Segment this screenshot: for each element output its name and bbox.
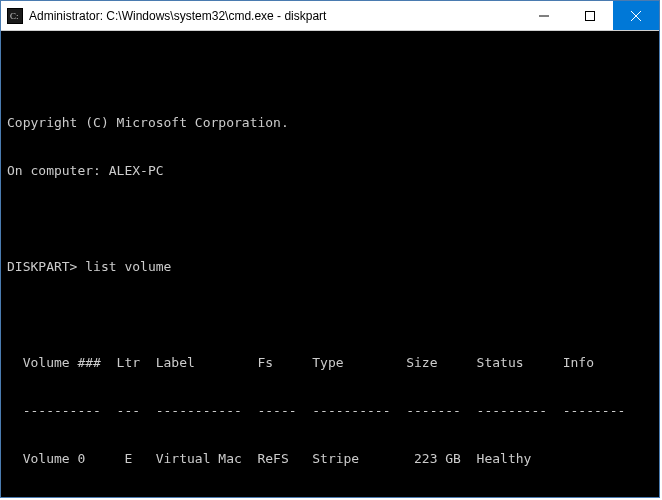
titlebar[interactable]: C: Administrator: C:\Windows\system32\cm…: [1, 1, 659, 31]
cmd-icon: C:: [7, 8, 23, 24]
copyright-line: Copyright (C) Microsoft Corporation.: [7, 115, 651, 131]
table-header: Volume ### Ltr Label Fs Type Size Status…: [7, 355, 651, 371]
svg-rect-4: [586, 11, 595, 20]
terminal-output[interactable]: Copyright (C) Microsoft Corporation. On …: [1, 31, 659, 497]
prompt-list-volume: DISKPART> list volume: [7, 259, 651, 275]
close-button[interactable]: [613, 1, 659, 30]
window-controls: [521, 1, 659, 30]
window-title: Administrator: C:\Windows\system32\cmd.e…: [29, 9, 326, 23]
table-divider: ---------- --- ----------- ----- -------…: [7, 403, 651, 419]
svg-text:C:: C:: [10, 11, 19, 21]
maximize-button[interactable]: [567, 1, 613, 30]
title-left: C: Administrator: C:\Windows\system32\cm…: [1, 8, 521, 24]
computer-line: On computer: ALEX-PC: [7, 163, 651, 179]
minimize-button[interactable]: [521, 1, 567, 30]
table-row: Volume 0 E Virtual Mac ReFS Stripe 223 G…: [7, 451, 651, 467]
cmd-window: C: Administrator: C:\Windows\system32\cm…: [0, 0, 660, 498]
